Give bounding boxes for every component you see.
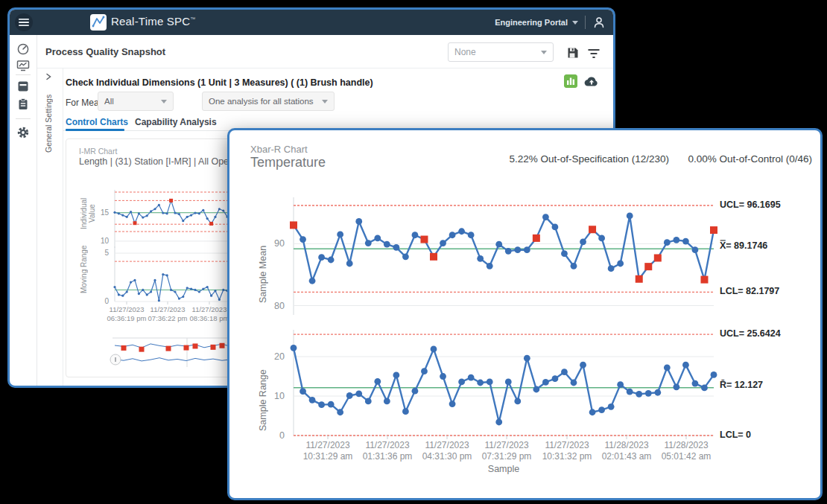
moving-range-axis-label: Moving Range xyxy=(80,245,88,294)
range-ucl-label: UCL= 25.6424 xyxy=(720,328,781,339)
hamburger-icon xyxy=(19,18,29,27)
app-header: Real-Time SPC™ Engineering Portal xyxy=(10,10,613,35)
preset-select[interactable]: None xyxy=(448,42,554,62)
active-tab-underline xyxy=(66,129,124,131)
svg-text:80: 80 xyxy=(274,301,285,311)
imr-chart-type-label: I-MR Chart xyxy=(79,147,117,156)
sidebar-item-settings[interactable] xyxy=(16,126,30,139)
measure-select[interactable]: All xyxy=(98,92,174,111)
svg-text:0: 0 xyxy=(279,430,285,441)
xbar-centerline-label: X̿= 89.1746 xyxy=(720,240,767,251)
sidebar-item-storage[interactable] xyxy=(16,80,30,93)
preset-select-value: None xyxy=(454,47,476,57)
range-lcl-label: LCL= 0 xyxy=(720,430,751,440)
sample-range-axis-label: Sample Range xyxy=(258,351,268,431)
app-logo xyxy=(90,14,107,31)
xbar-chart-type-label: Xbar-R Chart xyxy=(250,144,308,155)
app-title: Real-Time SPC™ xyxy=(111,15,195,28)
sidebar-item-records[interactable] xyxy=(16,98,30,111)
section-title: Check Individual Dimensions (1 Unit | 3 … xyxy=(66,77,373,88)
xbar-r-window: Xbar-R Chart Temperature 5.22% Out-of-Sp… xyxy=(227,128,823,500)
sidebar-separator xyxy=(16,74,31,75)
chevron-down-icon xyxy=(572,21,578,25)
settings-rail-label: General Settings xyxy=(44,86,53,153)
chevron-down-icon xyxy=(161,100,167,103)
sample-mean-axis-label: Sample Mean xyxy=(258,223,268,303)
user-icon[interactable] xyxy=(592,16,606,29)
svg-text:20: 20 xyxy=(274,351,285,362)
trademark: ™ xyxy=(190,16,195,22)
sidebar-item-monitoring[interactable] xyxy=(16,59,30,72)
chevron-down-icon xyxy=(541,51,547,54)
portal-label: Engineering Portal xyxy=(495,18,568,27)
filter-button[interactable] xyxy=(586,46,601,61)
settings-rail-divider xyxy=(63,68,63,386)
chevron-down-icon xyxy=(322,100,328,103)
control-limit-labels: UCL= 96.1695X̿= 89.1746LCL= 82.1797UCL= … xyxy=(720,130,817,498)
sidebar-divider xyxy=(37,35,37,386)
x-tick-label: 11/28/202305:01:42 am xyxy=(647,440,725,462)
cloud-upload-button[interactable] xyxy=(583,74,600,88)
xbar-ucl-label: UCL= 96.1695 xyxy=(720,200,781,210)
svg-text:90: 90 xyxy=(274,238,285,249)
toolbar-divider xyxy=(37,68,613,68)
measure-select-value: All xyxy=(104,97,114,106)
tab-capability-analysis[interactable]: Capability Analysis xyxy=(135,117,217,127)
page-title: Process Quality Snapshot xyxy=(45,46,165,57)
export-chart-button[interactable] xyxy=(564,74,577,88)
analysis-select[interactable]: One analysis for all stations xyxy=(202,92,335,111)
screen: Real-Time SPC™ Engineering Portal Proces… xyxy=(0,0,827,504)
tab-control-charts[interactable]: Control Charts xyxy=(66,117,128,127)
xbar-lcl-label: LCL= 82.1797 xyxy=(720,286,779,296)
individual-value-axis-label: Individual Value xyxy=(80,188,96,239)
menu-button[interactable] xyxy=(15,13,33,31)
analysis-select-value: One analysis for all stations xyxy=(209,97,314,106)
svg-text:10: 10 xyxy=(274,391,285,401)
portal-menu[interactable]: Engineering Portal xyxy=(495,18,578,27)
sidebar-separator xyxy=(16,118,31,119)
sidebar-item-dashboard[interactable] xyxy=(16,42,30,56)
header-divider xyxy=(585,16,586,29)
xbar-chart-title: Temperature xyxy=(250,155,326,170)
logo-zigzag-icon xyxy=(90,14,107,31)
range-centerline-label: R̄= 12.127 xyxy=(720,380,763,390)
out-of-spec-stat: 5.22% Out-of-Specification (12/230) xyxy=(481,153,669,165)
save-button[interactable] xyxy=(565,45,580,60)
x-axis-title: Sample xyxy=(294,464,714,474)
expand-panel-chevron-icon[interactable] xyxy=(44,72,53,81)
